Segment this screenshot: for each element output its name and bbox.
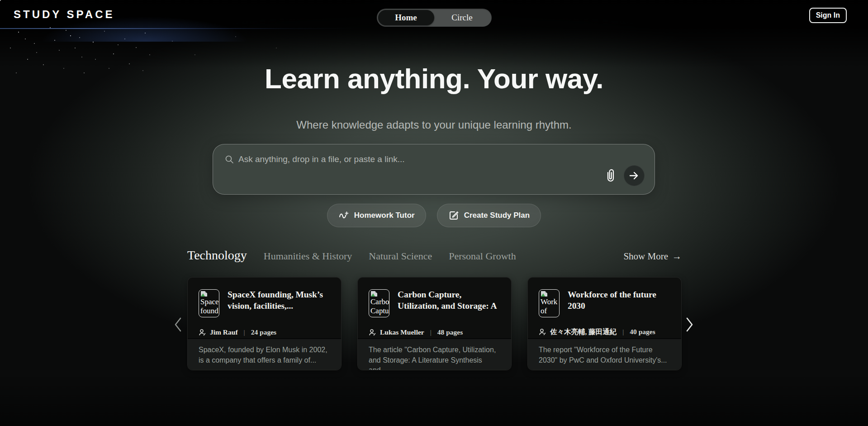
card-description: The report "Workforce of the Future 2030… [528,338,681,370]
card-title: Carbon Capture, Utilization, and Storage… [398,289,501,313]
byline-separator: | [428,328,434,336]
nav-tab-home[interactable]: Home [378,10,434,25]
broken-image-icon [200,291,208,297]
chevron-left-icon [174,317,183,332]
arrow-right-icon [629,172,639,180]
carousel-prev-button[interactable] [174,317,183,332]
show-more-link[interactable]: Show More → [623,251,682,262]
card-top: Carbo Captu Carbon Capture, Utilization,… [358,278,511,338]
search-actions [604,165,645,186]
byline-separator: | [242,328,247,336]
search-input[interactable] [238,154,569,164]
carousel-next-button[interactable] [685,317,694,332]
search-row [225,154,569,164]
thumbnail-alt-text: Work of [541,297,558,316]
category-tab-humanities-history[interactable]: Humanities & History [264,250,352,262]
card-top: Space found SpaceX founding, Musk’s visi… [188,278,341,338]
top-nav: STUDY SPACE Home Circle Sign In [0,0,868,29]
create-study-plan-label: Create Study Plan [464,211,530,220]
sign-in-button[interactable]: Sign In [809,8,847,23]
arrow-right-glyph: → [672,251,682,262]
brand-logo[interactable]: STUDY SPACE [14,8,114,21]
category-tab-natural-science[interactable]: Natural Science [369,250,432,262]
card-pages: 40 pages [630,328,655,336]
paperclip-icon [605,168,617,183]
card-byline: Lukas Mueller | 48 pages [369,326,501,338]
card-author: Jim Rauf [210,328,238,336]
thumbnail-alt-text: Carbo Captu [370,297,388,316]
author-icon [539,328,546,336]
author-icon [369,329,376,336]
search-icon [225,155,234,164]
study-space-page: STUDY SPACE Home Circle Sign In Learn an… [0,0,868,426]
thumbnail-broken-image: Space found [199,289,219,317]
homework-tutor-label: Homework Tutor [354,211,415,220]
create-study-plan-button[interactable]: Create Study Plan [437,204,541,227]
homework-tutor-button[interactable]: Homework Tutor [327,204,426,227]
author-icon [199,329,206,336]
card-description: The article "Carbon Capture, Utilization… [358,338,511,370]
nav-tab-circle[interactable]: Circle [434,10,490,25]
category-tabs: Technology Humanities & History Natural … [187,248,682,263]
chevron-right-icon [685,317,694,332]
submit-button[interactable] [624,165,645,186]
card-carousel: Space found SpaceX founding, Musk’s visi… [0,277,868,370]
thumbnail-broken-image: Carbo Captu [369,289,389,317]
card-author: 佐々木亮輔, 藤田通紀 [550,327,617,337]
attach-button[interactable] [604,168,617,184]
quick-actions: Homework Tutor Create Study Plan [0,204,868,227]
card-list: Space found SpaceX founding, Musk’s visi… [187,277,682,370]
card-pages: 24 pages [251,328,276,336]
card-description: SpaceX, founded by Elon Musk in 2002, is… [188,338,341,370]
content-card-spacex[interactable]: Space found SpaceX founding, Musk’s visi… [187,277,342,370]
card-byline: Jim Rauf | 24 pages [199,326,331,338]
card-byline: 佐々木亮輔, 藤田通紀 | 40 pages [539,326,671,339]
nav-switcher: Home Circle [377,9,492,27]
thumbnail-broken-image: Work of [539,289,560,317]
hero-subtitle: Where knowledge adapts to your unique le… [0,119,868,131]
card-top: Work of Workforce of the future 2030 佐々木… [528,278,681,338]
broken-image-icon [541,291,548,297]
byline-separator: | [620,328,626,336]
card-pages: 48 pages [437,328,463,336]
card-title: SpaceX founding, Musk’s vision, faciliti… [228,289,331,313]
category-tab-technology[interactable]: Technology [187,248,247,263]
compose-icon [448,210,459,221]
card-title: Workforce of the future 2030 [568,289,671,313]
show-more-label: Show More [623,251,668,262]
hero-title: Learn anything. Your way. [0,62,868,95]
broken-image-icon [370,291,378,297]
card-author: Lukas Mueller [380,328,424,336]
main-content: Learn anything. Your way. Where knowledg… [0,0,868,426]
content-card-carbon-capture[interactable]: Carbo Captu Carbon Capture, Utilization,… [357,277,512,370]
homework-tutor-icon [338,210,349,221]
search-box [213,144,655,195]
content-card-workforce-2030[interactable]: Work of Workforce of the future 2030 佐々木… [527,277,682,370]
category-tab-personal-growth[interactable]: Personal Growth [449,250,516,262]
thumbnail-alt-text: Space found [200,297,218,316]
